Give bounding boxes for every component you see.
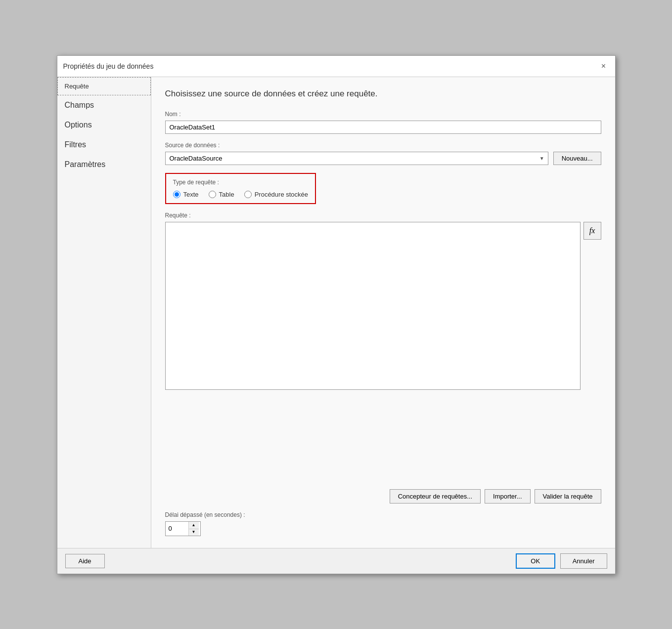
delai-input[interactable] <box>166 523 188 534</box>
sidebar-item-filtres[interactable]: Filtres <box>57 135 151 155</box>
sidebar-item-champs[interactable]: Champs <box>57 95 151 115</box>
radio-table-input[interactable] <box>209 191 216 198</box>
fx-button[interactable]: fx <box>583 222 601 240</box>
close-button[interactable]: × <box>598 61 609 72</box>
datasource-select-wrap: OracleDataSource ▼ <box>165 152 548 165</box>
radio-texte-input[interactable] <box>173 191 180 198</box>
spinner-down-button[interactable]: ▼ <box>189 529 199 536</box>
dialog-footer: Aide OK Annuler <box>57 548 615 574</box>
requete-area-wrap: fx <box>165 222 601 390</box>
radio-table-label[interactable]: Table <box>219 191 234 198</box>
datasource-label: Source de données : <box>165 142 601 149</box>
main-content: Choisissez une source de données et crée… <box>151 77 615 548</box>
radio-texte-label[interactable]: Texte <box>183 191 199 198</box>
spinner-buttons: ▲ ▼ <box>188 522 199 536</box>
importer-button[interactable]: Importer... <box>485 489 531 503</box>
aide-button[interactable]: Aide <box>65 554 105 568</box>
radio-procedure-input[interactable] <box>244 191 252 198</box>
sidebar: Requête Champs Options Filtres Paramètre… <box>57 77 151 548</box>
footer-right: OK Annuler <box>516 553 607 569</box>
spinner-up-button[interactable]: ▲ <box>189 522 199 529</box>
radio-table[interactable]: Table <box>209 191 234 198</box>
sidebar-item-requete[interactable]: Requête <box>57 77 151 95</box>
delai-section: Délai dépassé (en secondes) : ▲ ▼ <box>165 511 601 536</box>
dialog-body: Requête Champs Options Filtres Paramètre… <box>57 77 615 548</box>
nouveau-button[interactable]: Nouveau... <box>553 152 601 165</box>
requete-section: Requête : fx <box>165 212 601 481</box>
properties-dialog: Propriétés du jeu de données × Requête C… <box>57 55 616 574</box>
concepteur-button[interactable]: Concepteur de requêtes... <box>390 489 481 503</box>
valider-button[interactable]: Valider la requête <box>535 489 601 503</box>
ok-button[interactable]: OK <box>516 553 555 569</box>
sidebar-item-parametres[interactable]: Paramètres <box>57 155 151 174</box>
dialog-title: Propriétés du jeu de données <box>63 62 154 70</box>
nom-section: Nom : <box>165 111 601 134</box>
radio-group: Texte Table Procédure stockée <box>173 191 309 198</box>
main-heading: Choisissez une source de données et crée… <box>165 89 601 99</box>
delai-label: Délai dépassé (en secondes) : <box>165 511 601 518</box>
datasource-section: Source de données : OracleDataSource ▼ N… <box>165 142 601 165</box>
radio-procedure-label[interactable]: Procédure stockée <box>255 191 308 198</box>
nom-label: Nom : <box>165 111 601 118</box>
spinner-wrap: ▲ ▼ <box>165 521 201 536</box>
radio-procedure[interactable]: Procédure stockée <box>244 191 308 198</box>
query-type-section: Type de requête : Texte Table Procédure … <box>165 173 316 204</box>
requete-textarea[interactable] <box>165 222 581 390</box>
sidebar-item-options[interactable]: Options <box>57 115 151 135</box>
annuler-button[interactable]: Annuler <box>560 553 607 569</box>
requete-label: Requête : <box>165 212 601 219</box>
action-buttons: Concepteur de requêtes... Importer... Va… <box>165 489 601 503</box>
footer-left: Aide <box>65 554 105 568</box>
datasource-select[interactable]: OracleDataSource <box>165 152 548 165</box>
radio-texte[interactable]: Texte <box>173 191 199 198</box>
titlebar: Propriétés du jeu de données × <box>57 56 615 77</box>
datasource-row: OracleDataSource ▼ Nouveau... <box>165 152 601 165</box>
nom-input[interactable] <box>165 121 601 134</box>
query-type-label: Type de requête : <box>173 179 309 186</box>
